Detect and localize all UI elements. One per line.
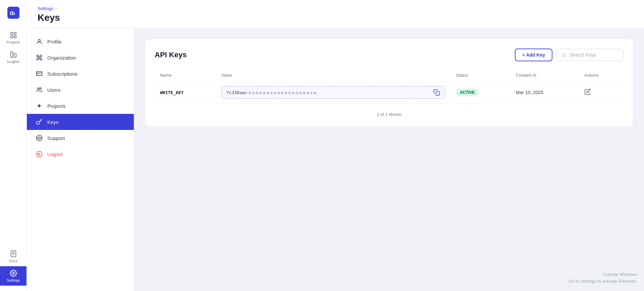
main-content: API Keys + Add Key (134, 28, 644, 291)
keys-table: Name Value Status Created At Actions WRI… (155, 69, 624, 104)
copy-button[interactable] (433, 89, 440, 96)
svg-rect-17 (37, 59, 39, 60)
sidebar-users-label: Users (47, 87, 60, 93)
search-icon (562, 52, 567, 58)
svg-rect-19 (37, 72, 42, 76)
key-icon (36, 119, 43, 125)
svg-point-13 (38, 39, 41, 42)
svg-point-34 (563, 53, 566, 56)
sidebar-item-projects[interactable]: Projects (0, 28, 26, 48)
sidebar-item-support[interactable]: Support (27, 130, 134, 146)
api-keys-title: API Keys (155, 51, 186, 59)
nav-insights-label: Insights (7, 60, 20, 64)
sidebar-item-organization[interactable]: Organization (27, 50, 134, 66)
nav-docs-label: Docs (9, 259, 17, 263)
sidebar-profile-label: Profile (47, 39, 62, 45)
sidebar-item-profile[interactable]: Profile (27, 33, 134, 50)
api-keys-header: API Keys + Add Key (155, 49, 624, 61)
breadcrumb-arrow: › (55, 6, 57, 11)
key-name: WRITE_KEY (160, 90, 183, 95)
sidebar-subscriptions-label: Subscriptions (47, 71, 77, 77)
add-key-label: + Add Key (522, 52, 545, 58)
search-box (556, 49, 624, 61)
svg-rect-15 (39, 57, 40, 59)
sidebar-item-projects[interactable]: Projects (27, 98, 134, 114)
status-badge: ACTIVE (456, 89, 479, 96)
svg-point-27 (37, 121, 40, 124)
svg-rect-4 (10, 36, 12, 38)
projects-icon (36, 102, 43, 109)
app-logo[interactable]: tb (6, 5, 21, 20)
svg-rect-3 (14, 32, 16, 34)
breadcrumb-settings[interactable]: Settings (38, 6, 53, 11)
sidebar-item-keys[interactable]: Keys (27, 114, 134, 130)
users-icon (36, 86, 43, 93)
main-wrapper: Settings › Keys Profile (27, 0, 644, 291)
api-keys-panel: API Keys + Add Key (145, 39, 633, 127)
user-icon (36, 38, 43, 45)
col-name: Name (155, 69, 216, 81)
svg-text:tb: tb (10, 10, 15, 16)
svg-rect-16 (40, 59, 42, 60)
svg-point-12 (12, 272, 14, 274)
sidebar-item-insights[interactable]: Insights (0, 48, 26, 67)
sidebar-organization-label: Organization (47, 55, 76, 61)
nav-settings-label: Settings (7, 278, 20, 282)
search-input[interactable] (570, 52, 618, 58)
sidebar-projects-label: Projects (47, 103, 65, 109)
svg-rect-18 (40, 55, 42, 57)
left-navigation: tb Projects Insights Docs (0, 0, 27, 291)
sidebar-item-settings[interactable]: Settings (0, 266, 26, 286)
svg-rect-5 (14, 36, 16, 38)
col-status: Status (450, 69, 510, 81)
svg-point-23 (40, 88, 41, 89)
sidebar-item-docs[interactable]: Docs (0, 247, 26, 266)
sidebar-support-label: Support (47, 135, 65, 141)
page-title: Keys (38, 12, 633, 23)
edit-button[interactable] (584, 88, 591, 97)
sidebar-keys-label: Keys (47, 119, 58, 125)
sidebar-item-subscriptions[interactable]: Subscriptions (27, 66, 134, 82)
table-row: WRITE_KEY 7c338aa●●●●●●●●●●●●●●●●●●●● (155, 81, 624, 104)
col-created-at: Created At (511, 69, 579, 81)
col-value: Value (216, 69, 450, 81)
nav-projects-label: Projects (7, 40, 20, 44)
svg-point-22 (38, 88, 39, 89)
svg-point-29 (38, 137, 41, 139)
page-header: Settings › Keys (27, 0, 644, 28)
key-value-container: 7c338aa●●●●●●●●●●●●●●●●●●●● (221, 86, 445, 99)
api-keys-actions: + Add Key (515, 49, 624, 61)
created-at: Mar 10, 2025 (516, 90, 544, 95)
org-icon (36, 54, 43, 61)
support-icon (36, 135, 43, 141)
settings-sidebar: Profile Organization Subscript (27, 28, 134, 291)
sidebar-item-users[interactable]: Users (27, 82, 134, 98)
col-actions: Actions (579, 69, 624, 81)
key-value-masked: ●●●●●●●●●●●●●●●●●●●● (245, 90, 318, 95)
pagination-info: 1 of 1 shown (155, 112, 624, 117)
breadcrumb: Settings › (38, 6, 633, 11)
svg-rect-6 (10, 52, 12, 58)
svg-line-35 (566, 56, 567, 57)
content-area: Profile Organization Subscript (27, 28, 644, 291)
logout-icon (36, 151, 43, 157)
sidebar-logout-label: Logout (47, 151, 63, 157)
svg-rect-14 (37, 55, 39, 57)
svg-rect-7 (14, 53, 16, 57)
svg-rect-2 (10, 32, 12, 34)
svg-rect-36 (436, 92, 440, 95)
sidebar-item-logout[interactable]: Logout (27, 146, 134, 162)
key-value-visible: 7c338aa●●●●●●●●●●●●●●●●●●●● (226, 90, 431, 95)
sub-icon (36, 70, 43, 77)
add-key-button[interactable]: + Add Key (515, 49, 552, 61)
